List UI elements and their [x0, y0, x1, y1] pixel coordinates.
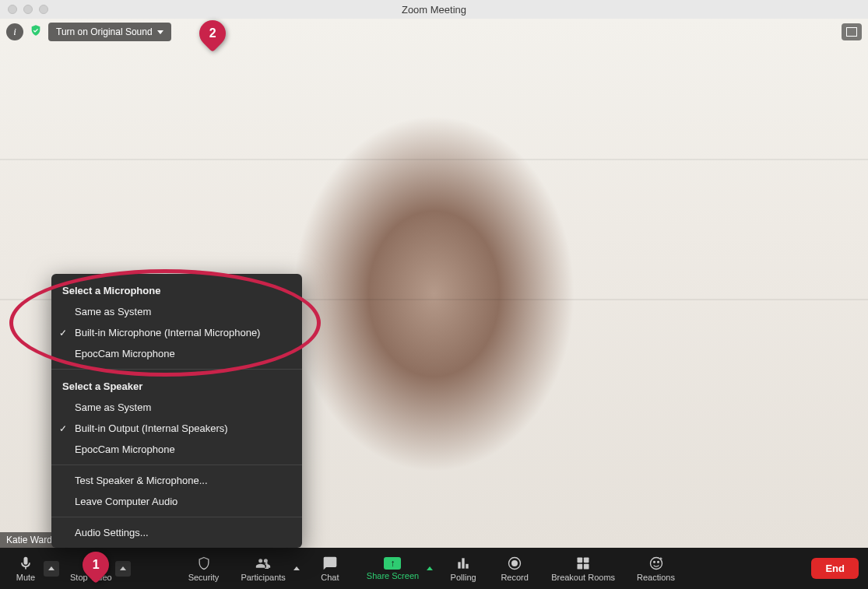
security-label: Security: [188, 573, 220, 582]
end-meeting-button[interactable]: End: [811, 558, 859, 579]
meeting-toolbar: Mute Stop Video Security 1 Participants …: [0, 548, 868, 589]
chevron-down-icon: [157, 30, 163, 34]
window-title: Zoom Meeting: [402, 4, 466, 16]
meeting-info-button[interactable]: i: [6, 23, 23, 40]
original-sound-label: Turn on Original Sound: [56, 26, 153, 37]
participants-label: Participants: [241, 573, 285, 582]
participants-count: 1: [265, 562, 269, 570]
speaker-section-header: Select a Speaker: [51, 374, 302, 397]
share-screen-label: Share Screen: [367, 571, 419, 580]
end-label: End: [825, 563, 845, 574]
bar-chart-icon: [455, 556, 472, 571]
mute-label: Mute: [16, 573, 35, 582]
svg-rect-1: [462, 558, 464, 568]
svg-point-9: [650, 557, 662, 569]
check-icon: ✓: [59, 328, 67, 338]
reactions-label: Reactions: [637, 573, 675, 582]
microphone-icon: [17, 556, 34, 571]
top-overlay-bar: i Turn on Original Sound: [0, 19, 868, 45]
grid-icon: [575, 556, 592, 571]
audio-settings-item[interactable]: Audio Settings...: [51, 522, 302, 543]
svg-point-10: [653, 561, 655, 563]
speaker-option-epoccam[interactable]: EpocCam Microphone: [51, 439, 302, 460]
chat-button[interactable]: Chat: [304, 556, 356, 582]
shield-icon: [195, 556, 213, 571]
mic-section-header: Select a Microphone: [51, 279, 302, 301]
speaker-option-builtin[interactable]: ✓Built-in Output (Internal Speakers): [51, 418, 302, 439]
svg-rect-7: [578, 563, 583, 569]
mic-option-same-as-system[interactable]: Same as System: [51, 301, 302, 322]
mic-option-epoccam[interactable]: EpocCam Microphone: [51, 343, 302, 364]
record-button[interactable]: Record: [489, 556, 540, 582]
svg-rect-2: [466, 563, 468, 568]
menu-separator: [51, 369, 302, 370]
share-screen-button[interactable]: ↑ Share Screen: [356, 557, 430, 580]
mic-option-builtin[interactable]: ✓Built-in Microphone (Internal Microphon…: [51, 322, 302, 343]
record-label: Record: [501, 573, 528, 582]
polling-label: Polling: [451, 573, 476, 582]
menu-separator: [51, 517, 302, 517]
window-titlebar: Zoom Meeting: [0, 0, 868, 19]
reactions-button[interactable]: Reactions: [626, 556, 686, 582]
fullscreen-icon: [846, 27, 857, 37]
minimize-window-icon[interactable]: [23, 5, 33, 14]
leave-computer-audio-item[interactable]: Leave Computer Audio: [51, 491, 302, 512]
speaker-option-same-as-system[interactable]: Same as System: [51, 397, 302, 418]
chat-bubble-icon: [322, 556, 339, 571]
svg-point-11: [657, 561, 659, 563]
participants-icon: [255, 556, 272, 571]
svg-rect-6: [584, 557, 589, 563]
svg-rect-5: [578, 557, 583, 563]
chat-label: Chat: [321, 573, 339, 582]
mute-button[interactable]: Mute: [0, 548, 51, 589]
original-sound-toggle[interactable]: Turn on Original Sound: [48, 23, 171, 41]
smile-icon: [648, 556, 665, 571]
encryption-shield-icon[interactable]: [30, 24, 42, 40]
test-speaker-mic-item[interactable]: Test Speaker & Microphone...: [51, 470, 302, 491]
breakout-label: Breakout Rooms: [551, 573, 615, 582]
security-button[interactable]: Security: [177, 556, 230, 582]
record-icon: [506, 556, 523, 571]
polling-button[interactable]: Polling: [438, 556, 489, 582]
svg-point-4: [512, 560, 518, 566]
traffic-lights: [0, 5, 48, 14]
check-icon: ✓: [59, 423, 67, 434]
menu-separator: [51, 465, 302, 465]
svg-rect-0: [458, 562, 460, 568]
share-screen-icon: ↑: [384, 557, 401, 570]
participants-button[interactable]: 1 Participants: [230, 556, 296, 582]
close-window-icon[interactable]: [8, 5, 17, 14]
maximize-window-icon[interactable]: [39, 5, 48, 14]
breakout-rooms-button[interactable]: Breakout Rooms: [540, 556, 626, 582]
audio-options-menu: Select a Microphone Same as System ✓Buil…: [51, 274, 302, 548]
fullscreen-button[interactable]: [842, 23, 862, 40]
svg-rect-8: [584, 563, 589, 569]
